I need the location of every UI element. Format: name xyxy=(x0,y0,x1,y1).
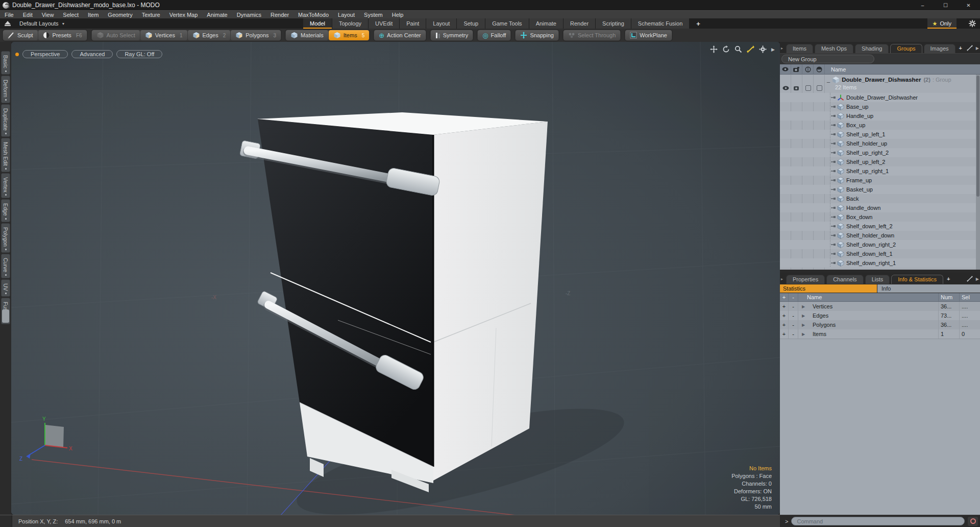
expand-row-button[interactable]: + xyxy=(780,311,789,320)
3d-viewport[interactable]: . xyxy=(11,42,780,515)
row-disclosure-arrow[interactable]: ▶ xyxy=(798,302,808,311)
tool-category-tab[interactable]: Edge xyxy=(1,199,10,222)
rotate-icon[interactable] xyxy=(722,45,730,53)
collapse-row-button[interactable]: - xyxy=(789,320,798,329)
row-disclosure-arrow[interactable]: ▶ xyxy=(798,320,808,329)
panel-tab[interactable]: + xyxy=(957,44,964,53)
layout-tab[interactable]: UVEdit xyxy=(369,18,400,29)
panel-tab[interactable]: Info & Statistics xyxy=(891,275,943,284)
panel-tab[interactable]: Shading xyxy=(855,44,889,53)
shaded-column-icon[interactable] xyxy=(814,64,825,75)
collapse-row-button[interactable]: - xyxy=(789,311,798,320)
panel-overflow-arrow-icon[interactable]: ▶ xyxy=(976,277,979,281)
tool-category-tab[interactable]: Curve xyxy=(1,254,10,278)
group-eye-toggle[interactable] xyxy=(780,84,791,92)
layout-tab[interactable]: Layout xyxy=(426,18,457,29)
layout-tab[interactable]: Paint xyxy=(400,18,426,29)
expand-all-column[interactable]: + xyxy=(780,293,789,301)
auto-select-button[interactable]: Auto Select xyxy=(92,30,140,40)
layout-tab[interactable]: Animate xyxy=(529,18,564,29)
tree-item[interactable]: Back xyxy=(780,194,976,203)
tool-category-tab[interactable]: UV xyxy=(1,279,10,297)
layout-tab[interactable]: Game Tools xyxy=(485,18,529,29)
menu-item[interactable]: Edit xyxy=(18,11,37,19)
zoom-icon[interactable] xyxy=(734,45,742,53)
shading-mode-button[interactable]: Advanced xyxy=(71,50,113,58)
menu-item[interactable]: Texture xyxy=(137,11,165,19)
row-disclosure-arrow[interactable]: ▶ xyxy=(798,311,808,320)
command-input[interactable] xyxy=(791,517,965,525)
menu-item[interactable]: Item xyxy=(83,11,103,19)
default-layouts-dropdown[interactable]: Default Layouts ▼ xyxy=(15,18,69,29)
panel-tab[interactable]: + xyxy=(945,275,952,284)
panel-tab[interactable]: Groups xyxy=(890,44,922,53)
raygl-button[interactable]: Ray GL: Off xyxy=(116,50,162,58)
menu-item[interactable]: System xyxy=(359,11,387,19)
tool-category-tab[interactable]: Vertex xyxy=(1,173,10,199)
panel-corner-arrow-icon[interactable]: ▸ xyxy=(781,277,783,281)
tree-item[interactable]: Shelf_holder_down xyxy=(780,231,976,240)
expand-row-button[interactable]: + xyxy=(780,320,789,329)
menu-item[interactable]: Geometry xyxy=(103,11,137,19)
command-history-button[interactable] xyxy=(968,517,978,526)
tree-item[interactable]: Shelf_down_right_2 xyxy=(780,240,976,249)
maximize-button[interactable]: ☐ xyxy=(934,0,957,10)
tree-item[interactable]: Shelf_up_right_1 xyxy=(780,166,976,176)
menu-item[interactable]: MaxToModo xyxy=(293,11,333,19)
panel-tab[interactable]: Channels xyxy=(826,275,863,284)
panel-tab[interactable]: Lists xyxy=(865,275,890,284)
tool-category-tab[interactable]: Deform xyxy=(1,76,10,103)
group-render-toggle[interactable] xyxy=(791,84,802,92)
tree-item[interactable]: Shelf_down_left_1 xyxy=(780,249,976,258)
view-mode-button[interactable]: Perspective xyxy=(22,50,68,58)
pan-icon[interactable] xyxy=(710,45,718,53)
expand-panel-icon[interactable] xyxy=(967,276,973,282)
menu-item[interactable]: File xyxy=(0,11,18,19)
menu-item[interactable]: Layout xyxy=(333,11,359,19)
group-collapse-toggle[interactable]: _ xyxy=(827,77,830,83)
maximize-viewport-icon[interactable] xyxy=(747,45,754,53)
panel-tab[interactable]: Items xyxy=(786,44,813,53)
tree-item[interactable]: Shelf_up_left_2 xyxy=(780,157,976,166)
layout-tab[interactable]: Schematic Fusion xyxy=(631,18,690,29)
panel-tab[interactable]: Properties xyxy=(786,275,825,284)
menu-item[interactable]: Animate xyxy=(202,11,232,19)
tool-category-tab[interactable]: Basic xyxy=(1,51,10,75)
materials-mode-button[interactable]: Materials xyxy=(286,30,328,40)
statistics-tab[interactable]: Statistics xyxy=(780,284,877,293)
items-mode-button[interactable]: Items5 xyxy=(329,30,369,40)
tree-item[interactable]: Shelf_up_right_2 xyxy=(780,148,976,157)
group-wireframe-toggle[interactable] xyxy=(802,84,814,92)
layout-tab[interactable]: Setup xyxy=(457,18,485,29)
tree-item[interactable]: Handle_down xyxy=(780,203,976,212)
tree-item[interactable]: Box_down xyxy=(780,212,976,222)
select-through-button[interactable]: Select Through xyxy=(564,30,620,40)
viewport-settings-gear-icon[interactable] xyxy=(759,45,767,53)
falloff-button[interactable]: ◎ Falloff xyxy=(478,30,510,40)
tree-item[interactable]: Basket_up xyxy=(780,185,976,194)
tool-category-tab[interactable]: Polygon xyxy=(1,223,10,253)
panel-tab[interactable]: Images xyxy=(924,44,955,53)
tool-category-tab[interactable]: Mesh Edit xyxy=(1,138,10,172)
statistics-row[interactable]: + - ▶ Vertices 36... .... xyxy=(780,302,980,311)
mini-palette-handle[interactable] xyxy=(2,309,9,323)
menu-item[interactable]: Select xyxy=(58,11,83,19)
wireframe-column-icon[interactable] xyxy=(802,64,814,75)
tree-item[interactable]: Base_up xyxy=(780,102,976,111)
layout-pin-icon[interactable] xyxy=(5,21,11,25)
collapse-row-button[interactable]: - xyxy=(789,329,798,339)
tree-item[interactable]: Frame_up xyxy=(780,176,976,185)
viewport-menu-arrow-icon[interactable]: ▶ xyxy=(771,47,775,52)
tree-item[interactable]: Shelf_holder_up xyxy=(780,139,976,148)
expand-row-button[interactable]: + xyxy=(780,302,789,311)
tree-item[interactable]: Handle_up xyxy=(780,111,976,121)
statistics-row[interactable]: + - ▶ Polygons 36... .... xyxy=(780,320,980,329)
only-button[interactable]: ★ Only xyxy=(927,18,957,29)
tree-item[interactable]: Shelf_up_left_1 xyxy=(780,130,976,139)
polygons-mode-button[interactable]: Polygons3 xyxy=(231,30,281,40)
tree-item[interactable]: Shelf_down_right_1 xyxy=(780,258,976,268)
panel-corner-arrow-icon[interactable]: ▸ xyxy=(781,46,783,51)
edges-mode-button[interactable]: Edges2 xyxy=(188,30,231,40)
action-center-button[interactable]: ⊕ Action Center xyxy=(374,30,426,40)
layout-tab[interactable]: Scripting xyxy=(596,18,631,29)
